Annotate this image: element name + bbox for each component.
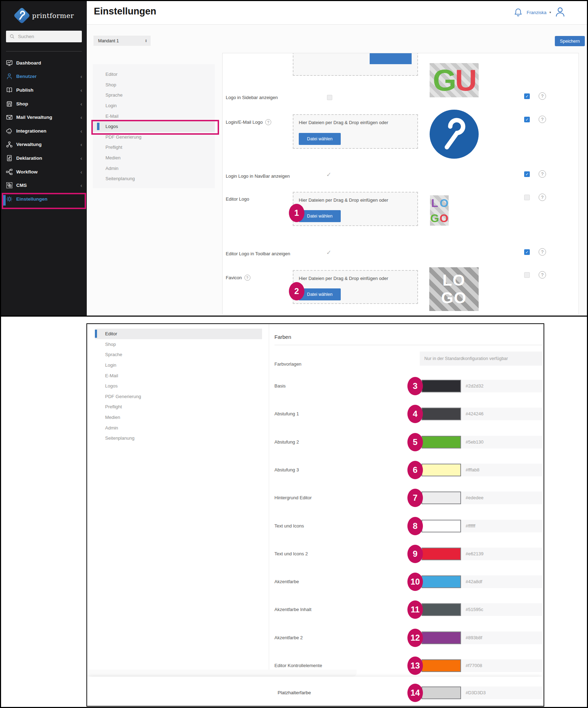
color-label: Platzhalterfarbe [278,690,311,695]
right-checkbox-2[interactable]: ✓ [524,117,530,122]
farben-panel: EditorShopSpracheLoginE-MailLogosPDF Gen… [86,323,544,707]
subnav-item-editor[interactable]: Editor [93,69,215,80]
search-input[interactable]: Suchen [6,31,82,42]
sidebar-item-benutzer[interactable]: Benutzer‹ [1,70,87,84]
right-checkbox-4[interactable]: ✓ [524,195,530,200]
sidebar-item-cms[interactable]: CMS‹ [1,178,87,192]
help-icon[interactable]: ? [539,194,546,201]
color-swatch[interactable] [422,575,461,588]
choose-file-button[interactable]: Datei wählen [299,133,341,145]
color-swatch[interactable] [422,686,461,699]
color-swatch[interactable] [422,464,461,476]
chevron-icon: ‹ [80,141,82,147]
sidebar-item-einstellungen[interactable]: Einstellungen [1,192,87,206]
help-icon[interactable]: ? [539,271,546,279]
printformer-circle-logo-preview [430,110,479,159]
help-icon[interactable]: ? [265,119,271,125]
settings-subnav-bottom: EditorShopSpracheLoginE-MailLogosPDF Gen… [95,329,262,444]
subnav-item-e-mail[interactable]: E-Mail [95,370,262,381]
subnav-item-e-mail[interactable]: E-Mail [93,111,215,121]
right-checkbox-3[interactable]: ✓ [524,171,530,177]
checkbox-login-logo-navbar[interactable]: ✓ [326,171,331,178]
color-swatch[interactable] [422,659,461,672]
sidebar-item-deklaration[interactable]: Deklaration‹ [1,151,87,165]
color-swatch[interactable] [422,380,461,392]
subnav-item-seitenplanung[interactable]: Seitenplanung [93,173,215,184]
editor-logo-preview: LOGO [430,195,449,226]
subnav-item-pdf-generierung[interactable]: PDF Generierung [95,391,262,402]
help-icon[interactable]: ? [539,170,546,178]
color-label: Abstufung 1 [274,411,299,416]
checkbox-logo-in-sidebar[interactable]: ✓ [327,95,332,100]
color-hex-value: #f77008 [466,663,482,668]
section-title: Farben [274,334,291,340]
subnav-item-seitenplanung[interactable]: Seitenplanung [95,433,262,444]
choose-file-button[interactable]: Datei wählen [299,288,341,300]
color-label: Basis [274,383,286,389]
mandant-select[interactable]: Mandant 1 ▲▼ [93,36,151,46]
color-swatch[interactable] [422,520,461,532]
subnav-item-sprache[interactable]: Sprache [95,349,262,360]
sidebar-item-workflow[interactable]: Workflow‹ [1,165,87,179]
search-icon [10,34,15,39]
sidebar-item-publish[interactable]: Publish‹ [1,83,87,97]
callout-12: 12 [407,629,423,647]
subnav-item-login[interactable]: Login [95,360,262,371]
help-icon[interactable]: ? [539,116,546,123]
workflow-icon [6,168,13,176]
user-menu-caret-icon[interactable]: ▼ [549,11,552,14]
user-menu[interactable]: Franziska [527,10,546,15]
right-checkbox-6[interactable]: ✓ [524,272,530,278]
save-button[interactable]: Speichern [555,36,585,46]
header: Einstellungen Franziska ▼ [87,1,587,25]
subnav-item-admin[interactable]: Admin [93,163,215,173]
subnav-item-logos[interactable]: Logos [95,381,262,391]
subnav-item-medien[interactable]: Medien [93,153,215,163]
callout-11: 11 [407,600,423,619]
label-login-email-logo: Login/E-Mail Logo ? [226,119,271,125]
page-title: Einstellungen [94,6,156,17]
subnav-item-preflight[interactable]: Preflight [95,402,262,412]
subnav-item-pdf-generierung[interactable]: PDF Generierung [93,132,215,142]
color-swatch[interactable] [422,603,461,616]
color-swatch[interactable] [422,408,461,420]
color-swatch[interactable] [422,492,461,504]
subnav-item-preflight[interactable]: Preflight [93,142,215,153]
color-hex-value: #ffffff [466,523,475,529]
sidebar-item-verwaltung[interactable]: Verwaltung‹ [1,138,87,152]
right-checkbox-5[interactable]: ✓ [524,249,530,255]
subnav-item-logos[interactable]: Logos [93,121,215,132]
subnav-item-medien[interactable]: Medien [95,412,262,423]
color-label: Akzentfarbe [274,579,299,584]
top-screenshot-border [1,316,587,317]
help-icon[interactable]: ? [539,92,546,100]
choose-file-button-partial[interactable] [370,53,412,64]
color-hex-value: #51595c [466,607,483,612]
color-hex-value: #fffab8 [466,467,479,472]
sidebar-item-shop[interactable]: Shop‹ [1,97,87,111]
help-icon[interactable]: ? [244,275,250,281]
subnav-item-shop[interactable]: Shop [95,339,262,350]
label-favicon: Favicon ? [226,275,250,281]
sidebar-item-mail-verwaltung[interactable]: @ Mail Verwaltung‹ [1,110,87,124]
subnav-item-shop[interactable]: Shop [93,80,215,90]
help-icon[interactable]: ? [539,248,546,256]
gu-logo-preview: GU [430,63,479,97]
color-swatch[interactable] [422,436,461,448]
right-checkbox-1[interactable]: ✓ [524,93,530,99]
subnav-item-login[interactable]: Login [93,100,215,111]
subnav-item-admin[interactable]: Admin [95,422,262,433]
user-avatar-icon[interactable] [554,6,566,18]
choose-file-button[interactable]: Datei wählen [299,210,341,222]
sidebar-item-integrationen[interactable]: Integrationen‹ [1,124,87,138]
color-swatch[interactable] [422,631,461,644]
checkbox-editor-logo-toolbar[interactable]: ✓ [326,249,331,256]
color-swatch[interactable] [422,548,461,560]
notifications-bell-icon[interactable] [514,7,523,18]
dropzone-partial[interactable] [293,53,418,76]
sidebar-item-dashboard[interactable]: Dashboard [1,56,87,70]
color-label: Hintergrund Editor [274,495,312,500]
subnav-item-sprache[interactable]: Sprache [93,90,215,100]
org-icon [6,141,13,148]
subnav-item-editor[interactable]: Editor [95,329,262,339]
